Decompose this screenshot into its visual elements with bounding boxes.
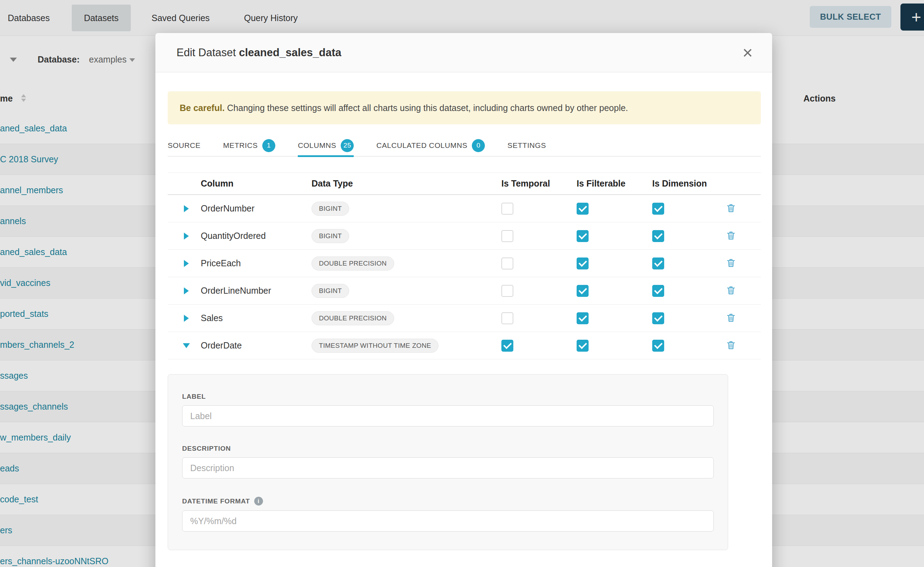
is-dimension-checkbox[interactable] [652,258,664,270]
tab-count-badge: 1 [262,139,275,152]
column-name: OrderDate [195,340,306,351]
warning-text: Be careful. Changing these settings will… [180,103,628,113]
tab-settings[interactable]: SETTINGS [507,135,546,156]
is-dimension-checkbox[interactable] [652,203,664,214]
tab-label: SOURCE [168,141,200,150]
expand-row-icon[interactable] [184,205,189,212]
delete-column-icon[interactable] [726,285,736,297]
header-is-filterable: Is Filterable [571,178,647,189]
is-dimension-checkbox[interactable] [652,230,664,242]
column-name: OrderLineNumber [195,286,306,296]
data-type-pill: BIGINT [312,229,349,243]
data-type-pill: DOUBLE PRECISION [312,256,394,270]
expand-row-icon[interactable] [184,315,189,322]
expand-row-icon[interactable] [184,232,189,240]
modal-title-dataset-name: cleaned_sales_data [239,46,342,58]
data-type-pill: DOUBLE PRECISION [312,311,394,325]
info-icon[interactable]: i [254,497,263,506]
label-input[interactable] [182,405,714,426]
modal-title: Edit Dataset cleaned_sales_data [176,46,342,59]
column-row: QuantityOrderedBIGINT [168,222,761,250]
column-row: OrderDateTIMESTAMP WITHOUT TIME ZONE [168,332,761,359]
datetime-format-field-label: DATETIME FORMAT i [182,497,714,506]
label-field-group: LABEL [182,393,714,426]
is-dimension-checkbox[interactable] [652,285,664,297]
is-temporal-checkbox[interactable] [501,312,513,324]
description-field-label: DESCRIPTION [182,445,714,453]
delete-column-icon[interactable] [726,340,736,352]
tab-count-badge: 25 [341,139,354,152]
is-filterable-checkbox[interactable] [576,258,588,270]
column-name: PriceEach [195,258,306,268]
description-input[interactable] [182,458,714,478]
description-field-group: DESCRIPTION [182,445,714,478]
screen: DatabasesDatasetsSaved QueriesQuery Hist… [0,0,924,567]
header-is-temporal: Is Temporal [496,178,571,189]
is-temporal-checkbox[interactable] [501,285,513,297]
is-filterable-checkbox[interactable] [576,285,588,297]
column-name: QuantityOrdered [195,231,306,241]
warning-bold: Be careful. [180,103,225,113]
datetime-format-input[interactable] [182,510,714,531]
is-filterable-checkbox[interactable] [576,312,588,324]
column-row: OrderNumberBIGINT [168,195,761,222]
expand-row-icon[interactable] [184,260,189,267]
header-is-dimension: Is Dimension [647,178,710,189]
is-dimension-checkbox[interactable] [652,340,664,352]
column-detail-panel: LABEL DESCRIPTION DATETIME FORMAT i [168,374,728,550]
modal-header: Edit Dataset cleaned_sales_data × [155,33,772,72]
expand-row-icon[interactable] [184,287,189,294]
data-type-pill: BIGINT [312,202,349,216]
collapse-row-icon[interactable] [183,343,190,348]
edit-dataset-modal: Edit Dataset cleaned_sales_data × Be car… [155,33,772,567]
delete-column-icon[interactable] [726,203,736,214]
tab-calculated-columns[interactable]: CALCULATED COLUMNS0 [376,135,485,156]
is-temporal-checkbox[interactable] [501,258,513,270]
label-field-label: LABEL [182,393,714,400]
is-temporal-checkbox[interactable] [501,230,513,242]
modal-title-prefix: Edit Dataset [176,46,236,58]
close-icon[interactable]: × [743,44,753,62]
columns-table-header: Column Data Type Is Temporal Is Filterab… [168,172,761,195]
is-temporal-checkbox[interactable] [501,340,513,352]
delete-column-icon[interactable] [726,258,736,270]
is-filterable-checkbox[interactable] [576,230,588,242]
column-row: OrderLineNumberBIGINT [168,277,761,304]
columns-table-body: OrderNumberBIGINTQuantityOrderedBIGINTPr… [168,195,761,359]
data-type-pill: TIMESTAMP WITHOUT TIME ZONE [312,339,438,353]
tab-label: COLUMNS [298,141,336,150]
tab-metrics[interactable]: METRICS1 [223,135,275,156]
column-row: SalesDOUBLE PRECISION [168,304,761,332]
tab-count-badge: 0 [472,139,485,152]
tab-label: METRICS [223,141,258,150]
delete-column-icon[interactable] [726,230,736,242]
column-name: Sales [195,313,306,323]
delete-column-icon[interactable] [726,312,736,324]
is-filterable-checkbox[interactable] [576,203,588,214]
tab-label: SETTINGS [507,141,546,150]
is-filterable-checkbox[interactable] [576,340,588,352]
tab-source[interactable]: SOURCE [168,135,200,156]
modal-tabs: SOURCEMETRICS1COLUMNS25CALCULATED COLUMN… [168,135,761,157]
datetime-format-field-group: DATETIME FORMAT i [182,497,714,531]
tab-columns[interactable]: COLUMNS25 [298,135,354,156]
tab-label: CALCULATED COLUMNS [376,141,467,150]
is-temporal-checkbox[interactable] [501,203,513,214]
modal-body: Be careful. Changing these settings will… [155,92,772,550]
warning-rest: Changing these settings will affect all … [227,103,628,113]
column-name: OrderNumber [195,203,306,214]
header-data-type: Data Type [306,178,496,189]
header-column: Column [195,178,306,189]
is-dimension-checkbox[interactable] [652,312,664,324]
data-type-pill: BIGINT [312,284,349,298]
warning-banner: Be careful. Changing these settings will… [168,92,761,124]
column-row: PriceEachDOUBLE PRECISION [168,250,761,277]
